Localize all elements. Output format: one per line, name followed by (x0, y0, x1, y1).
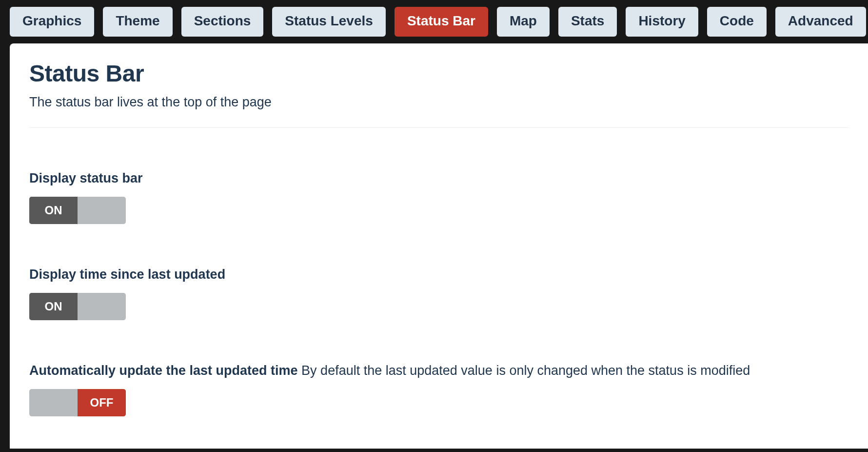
tab-status-levels[interactable]: Status Levels (272, 7, 386, 37)
settings-panel: Status Bar The status bar lives at the t… (10, 43, 868, 449)
tab-bar: Graphics Theme Sections Status Levels St… (0, 7, 868, 37)
setting-label: Automatically update the last updated ti… (29, 363, 848, 378)
toggle-on-side: ON (29, 293, 78, 320)
page-title: Status Bar (29, 60, 848, 87)
toggle-off-side: OFF (78, 293, 126, 320)
setting-hint-text: By default the last updated value is onl… (301, 363, 750, 378)
setting-label-text: Display time since last updated (29, 267, 225, 282)
page-subtitle: The status bar lives at the top of the p… (29, 95, 848, 110)
setting-display-time-since-updated: Display time since last updated ON OFF (29, 267, 848, 320)
tab-graphics[interactable]: Graphics (10, 7, 94, 37)
setting-display-status-bar: Display status bar ON OFF (29, 171, 848, 224)
toggle-on-side: ON (29, 197, 78, 224)
tab-map[interactable]: Map (497, 7, 550, 37)
tab-theme[interactable]: Theme (103, 7, 172, 37)
tab-code[interactable]: Code (707, 7, 767, 37)
toggle-off-side: OFF (78, 389, 126, 416)
tab-sections[interactable]: Sections (181, 7, 264, 37)
tab-status-bar[interactable]: Status Bar (395, 7, 488, 37)
setting-label-text: Display status bar (29, 171, 143, 185)
setting-label: Display time since last updated (29, 267, 848, 282)
divider (29, 127, 848, 128)
setting-auto-update-last-updated: Automatically update the last updated ti… (29, 363, 848, 416)
toggle-off-side: OFF (78, 197, 126, 224)
app-frame: Graphics Theme Sections Status Levels St… (0, 0, 868, 452)
toggle-auto-update-last-updated[interactable]: ON OFF (29, 389, 126, 416)
toggle-display-time-since-updated[interactable]: ON OFF (29, 293, 126, 320)
tab-history[interactable]: History (626, 7, 698, 37)
setting-label-text: Automatically update the last updated ti… (29, 363, 298, 378)
tab-stats[interactable]: Stats (558, 7, 617, 37)
toggle-display-status-bar[interactable]: ON OFF (29, 197, 126, 224)
toggle-on-side: ON (29, 389, 78, 416)
tab-advanced[interactable]: Advanced (775, 7, 866, 37)
setting-label: Display status bar (29, 171, 848, 186)
